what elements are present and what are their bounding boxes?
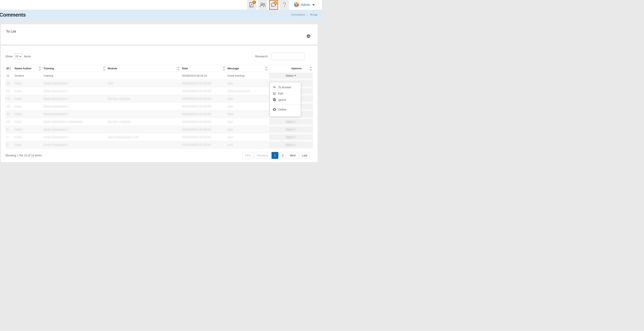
sort-icon (266, 67, 267, 70)
table-row: XX Xxxxx Xxxxx Xxxxxxxxxx X XX/XX/XXXX X… (5, 103, 313, 110)
panel-body: Show 10 Items Research: ID Name Author (1, 46, 318, 162)
page-title: Comments (0, 12, 26, 18)
row-select-button[interactable]: Select (269, 134, 313, 140)
caret-down-icon (294, 75, 296, 76)
comments-badge: 15 (274, 1, 277, 5)
reply-icon (273, 86, 276, 89)
collapse-panel-button[interactable] (307, 34, 310, 38)
table-row: XX Xxxxx Xxxxx Xxxxxxxxxx X XX/XX/XXXX X… (5, 110, 313, 118)
menu-item-edit[interactable]: Edit (270, 90, 301, 96)
menu-divider (270, 104, 300, 105)
table-row: 21 Student Training 30/09/2024 08:04:20 … (5, 72, 313, 80)
table-row: XX Xxxxx Xxxxx Xxxxxxxxxx x Xxxxxxxxxx X… (5, 118, 313, 126)
menu-item-ignore[interactable]: Ignore (270, 96, 301, 103)
edit-icon (273, 92, 276, 95)
sort-icon (223, 67, 225, 70)
help-icon (282, 2, 286, 8)
row-select-button[interactable]: Select (269, 126, 313, 132)
table-header-row: ID Name Author Training Module Date (5, 65, 313, 72)
pagination-last-button[interactable]: Last (300, 152, 310, 159)
row-select-button[interactable]: Select (269, 119, 313, 125)
sort-icon (178, 67, 179, 70)
sort-icon (104, 67, 105, 70)
admin-label: Admin (301, 3, 310, 7)
table-footer: Showing 1 the 10 of 15 Items First Previ… (5, 152, 313, 159)
show-items-control: Show 10 Items (5, 53, 31, 60)
pagination-page-2-button[interactable]: 2 (280, 152, 286, 159)
row-select-button[interactable]: Select (269, 73, 313, 78)
panel-title: To List (6, 30, 312, 34)
help-button[interactable] (280, 0, 289, 10)
top-header: 1 15 (0, 0, 322, 10)
table-row: X Xxxxx Xxxxx Xxxxxxxxxx X XX/XX/XXXX XX… (5, 126, 313, 133)
chevron-down-icon (312, 4, 315, 6)
caret-down-icon (294, 144, 296, 145)
column-header-options[interactable]: Options (269, 65, 313, 72)
column-header-training[interactable]: Training (42, 65, 106, 72)
admin-menu[interactable]: Admin (294, 0, 315, 10)
sort-icon (39, 67, 40, 70)
caret-down-icon (294, 129, 296, 130)
pagination-next-button[interactable]: Next (287, 152, 298, 159)
search-input[interactable] (271, 52, 305, 60)
users-icon (260, 2, 266, 8)
pagination: First Previous 1 2 Next Last (242, 152, 310, 159)
page-title-band: Comments Comentários / To List (0, 10, 322, 20)
comments-table: ID Name Author Training Module Date (5, 65, 313, 149)
users-button[interactable] (258, 0, 267, 10)
pagination-first-button[interactable]: First (242, 152, 253, 159)
row-select-button[interactable]: Select (269, 142, 313, 148)
items-label: Items (24, 55, 31, 58)
breadcrumb: Comentários / To List (291, 13, 317, 16)
delete-icon (273, 108, 276, 111)
column-header-date[interactable]: Date (181, 65, 226, 72)
caret-down-icon (294, 121, 296, 122)
table-row: X Xxxxx Xxxxx Xxxxxxxxxx X XX/XX/XXXX XX… (5, 141, 313, 149)
breadcrumb-separator: / (307, 13, 308, 16)
pagination-page-1-button[interactable]: 1 (272, 152, 278, 159)
ignore-icon (273, 98, 276, 102)
sort-icon (310, 67, 312, 70)
column-header-id[interactable]: ID (5, 65, 13, 72)
items-per-page-select[interactable]: 10 (14, 53, 22, 60)
edit-document-button[interactable]: 1 (247, 0, 256, 10)
column-header-message[interactable]: Message (226, 65, 269, 72)
search-control: Research: (255, 52, 305, 60)
table-row: XX Xxxxx Xxxxx Xxxxxxxxxx X XX/XX/XXXX X… (5, 87, 313, 95)
column-header-author[interactable]: Name Author (13, 65, 42, 72)
table-row: XX Xxxxx Xxxxx Xxxxxxxxxx X Xxx Xxx x Xx… (5, 95, 313, 103)
pagination-previous-button[interactable]: Previous (254, 152, 270, 159)
column-header-module[interactable]: Module (106, 65, 181, 72)
caret-down-icon (294, 136, 296, 138)
app-logo-cube-icon (294, 2, 299, 8)
panel-header: To List (1, 24, 318, 44)
breadcrumb-parent[interactable]: Comentários (291, 13, 306, 16)
results-summary: Showing 1 the 10 of 15 Items (5, 154, 42, 157)
comments-button[interactable]: 15 (269, 0, 278, 10)
breadcrumb-current: To List (310, 13, 317, 16)
search-label: Research: (255, 55, 268, 58)
show-label: Show (5, 55, 12, 58)
menu-item-to-answer[interactable]: To Answer (270, 84, 301, 90)
table-row: XX Xxxxx Xxxxx Xxxxxxxxxx X XXX XX/XX/XX… (5, 80, 313, 87)
menu-item-delete[interactable]: Delete (270, 106, 301, 112)
options-dropdown-menu: To Answer Edit Ignore (270, 82, 301, 117)
table-toolbar: Show 10 Items Research: (5, 52, 313, 60)
sort-desc-icon (10, 67, 10, 70)
table-row: X Xxxxx Xxxxx Xxxxxxxxxx X Xxxx xxxxxxxx… (5, 133, 313, 141)
edit-document-badge: 1 (252, 0, 256, 4)
